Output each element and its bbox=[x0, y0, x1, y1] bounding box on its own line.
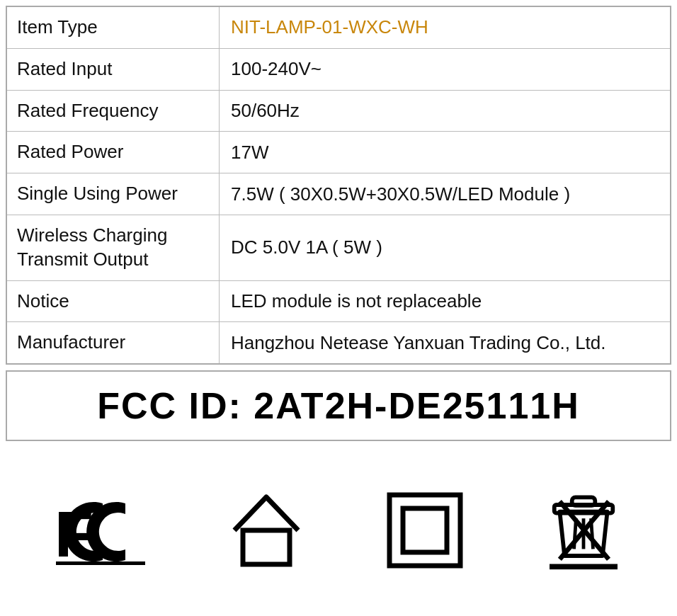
icons-row: F bbox=[14, 454, 663, 609]
cell-value: Hangzhou Netease Yanxuan Trading Co., Lt… bbox=[220, 322, 670, 363]
cell-label: Rated Frequency bbox=[7, 91, 220, 132]
fcc-banner: FCC ID: 2AT2H-DE25111H bbox=[6, 370, 671, 441]
weee-icon bbox=[545, 488, 622, 576]
cell-value: 50/60Hz bbox=[220, 91, 670, 132]
table-row: Rated Power17W bbox=[7, 132, 670, 173]
cell-label: Manufacturer bbox=[7, 322, 220, 363]
table-row: Item TypeNIT-LAMP-01-WXC-WH bbox=[7, 7, 670, 49]
cell-label: Rated Input bbox=[7, 49, 220, 90]
cell-label: Single Using Power bbox=[7, 173, 220, 215]
table-row: Wireless Charging Transmit OutputDC 5.0V… bbox=[7, 215, 670, 281]
svg-rect-2 bbox=[243, 530, 290, 564]
svg-rect-6 bbox=[572, 497, 596, 506]
double-insulation-icon bbox=[386, 491, 464, 572]
svg-rect-3 bbox=[389, 495, 460, 566]
svg-rect-4 bbox=[403, 508, 447, 552]
svg-rect-12 bbox=[550, 564, 618, 569]
cell-label: Item Type bbox=[7, 7, 220, 48]
spec-table: Item TypeNIT-LAMP-01-WXC-WHRated Input10… bbox=[6, 6, 671, 365]
table-row: NoticeLED module is not replaceable bbox=[7, 281, 670, 323]
fcc-svg: F bbox=[55, 496, 147, 567]
svg-rect-1 bbox=[56, 561, 145, 565]
table-row: Rated Input100-240V~ bbox=[7, 49, 670, 91]
cell-value: NIT-LAMP-01-WXC-WH bbox=[220, 7, 670, 48]
cell-label: Rated Power bbox=[7, 132, 220, 173]
cell-value: 100-240V~ bbox=[220, 49, 670, 90]
table-row: Single Using Power7.5W ( 30X0.5W+30X0.5W… bbox=[7, 173, 670, 215]
cell-label: Notice bbox=[7, 281, 220, 322]
table-row: ManufacturerHangzhou Netease Yanxuan Tra… bbox=[7, 322, 670, 363]
cell-value: 7.5W ( 30X0.5W+30X0.5W/LED Module ) bbox=[220, 173, 670, 215]
house-icon bbox=[227, 491, 305, 572]
cell-value: LED module is not replaceable bbox=[220, 281, 670, 322]
fcc-id-text: FCC ID: 2AT2H-DE25111H bbox=[97, 384, 580, 427]
cell-value: DC 5.0V 1A ( 5W ) bbox=[220, 215, 670, 280]
table-row: Rated Frequency50/60Hz bbox=[7, 91, 670, 132]
fcc-logo-icon: F bbox=[55, 496, 147, 567]
cell-value: 17W bbox=[220, 132, 670, 173]
cell-label: Wireless Charging Transmit Output bbox=[7, 215, 220, 280]
